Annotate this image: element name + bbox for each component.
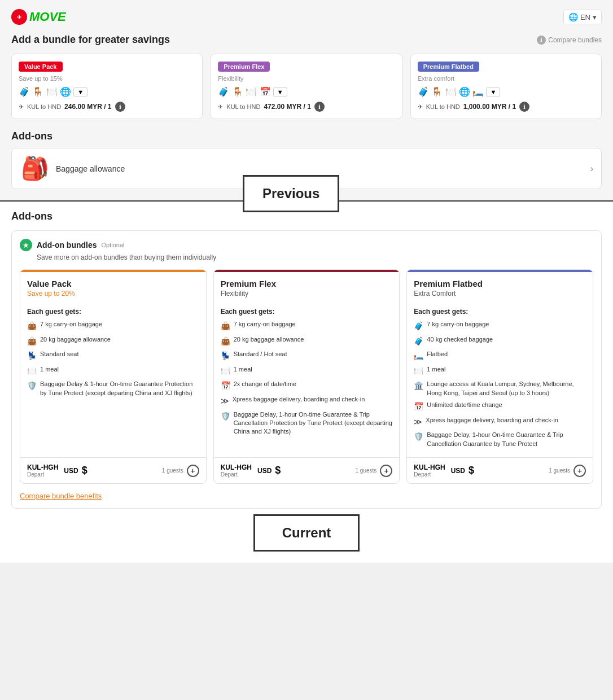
value-pack-subtitle: Save up to 15% xyxy=(19,75,195,82)
checked-baggage-icon: 🧳 xyxy=(414,336,423,347)
value-pack-dropdown[interactable]: ▼ xyxy=(73,87,87,97)
flex-route: KUL-HGH Depart xyxy=(221,463,252,478)
value-col-header: Value Pack Save up to 20% xyxy=(20,270,206,302)
seat-icon: 💺 xyxy=(221,351,230,362)
addon-bundles-title: Add-on bundles xyxy=(37,240,97,250)
premium-flex-info[interactable]: ℹ xyxy=(314,102,325,112)
flatbed-guest-label: Each guest gets: xyxy=(414,308,586,316)
bundle-section-title: Add a bundle for greater savings xyxy=(11,34,170,46)
chevron-down-icon: ▾ xyxy=(593,13,597,21)
premium-flex-icons: 🧳 🪑 🍽️ 📅 ▼ xyxy=(218,86,395,97)
premium-flatbed-route: ✈ KUL to HND 1,000.00 MYR / 1 ℹ xyxy=(418,102,594,112)
meal-icon: 🍽️ xyxy=(414,366,423,377)
bottom-section-title: Add-ons xyxy=(11,211,602,222)
baggage-icon: 👜 xyxy=(221,336,230,347)
lounge-icon: 🏛️ xyxy=(414,380,423,392)
info-icon: ℹ xyxy=(537,36,546,45)
value-col-name: Value Pack xyxy=(27,279,199,288)
bundle-col-value: Value Pack Save up to 20% Each guest get… xyxy=(20,269,207,484)
bundle-header: Add a bundle for greater savings ℹ Compa… xyxy=(11,34,602,46)
flatbed-col-name: Premium Flatbed xyxy=(414,279,586,288)
addon-bundles-header: ★ Add-on bundles Optional xyxy=(20,239,593,251)
meal-icon: 🍽️ xyxy=(221,366,230,377)
carry-on-icon: 👜 xyxy=(27,321,37,332)
flex-col-name: Premium Flex xyxy=(221,279,393,288)
addons-title-top: Add-ons xyxy=(11,130,602,142)
benefit-value-1: 👜 20 kg baggage allowance xyxy=(27,335,199,347)
premium-flex-route: ✈ KUL to HND 472.00 MYR / 1 ℹ xyxy=(218,102,395,112)
value-guest-label: Each guest gets: xyxy=(27,308,199,316)
flatbed-col-footer: KUL-HGH Depart USD $ 1 guests + xyxy=(407,457,593,483)
shield-icon: 🛡️ xyxy=(27,380,37,392)
carry-on-icon: 🧳 xyxy=(414,321,423,332)
premium-flex-badge: Premium Flex xyxy=(218,62,270,72)
flex-col-body: Each guest gets: 👜 7 kg carry-on baggage… xyxy=(214,302,400,457)
current-label: Current xyxy=(253,514,360,552)
benefit-fb-4: 🏛️ Lounge access at Kuala Lumpur, Sydney… xyxy=(414,380,586,397)
premium-flatbed-icons: 🧳 🪑 🍽️ 🌐 🛏️ ▼ xyxy=(418,86,594,97)
value-col-footer: KUL-HGH Depart USD $ 1 guests + xyxy=(20,457,206,483)
benefit-flex-1: 👜 20 kg baggage allowance xyxy=(221,335,393,347)
flatbed-add-button[interactable]: + xyxy=(573,465,586,477)
value-pack-route: ✈ KUL to HND 246.00 MYR / 1 ℹ xyxy=(19,102,195,112)
baggage-text: Baggage allowance xyxy=(56,164,125,173)
compare-benefits-link[interactable]: Compare bundle benefits xyxy=(20,492,593,500)
globe-icon: 🌐 xyxy=(568,12,578,21)
baggage-icon: 👜 xyxy=(27,336,37,347)
flex-col-header: Premium Flex Flexibility xyxy=(214,270,400,302)
value-col-body: Each guest gets: 👜 7 kg carry-on baggage… xyxy=(20,302,206,457)
flex-guest-label: Each guest gets: xyxy=(221,308,393,316)
top-header: ✈ MOVe 🌐 EN ▾ xyxy=(11,9,602,25)
logo-text: MOVe xyxy=(29,10,66,24)
bundle-card-value[interactable]: Value Pack Save up to 15% 🧳 🪑 🍽️ 🌐 ▼ ✈ K… xyxy=(11,54,203,119)
bundle-cards: Value Pack Save up to 15% 🧳 🪑 🍽️ 🌐 ▼ ✈ K… xyxy=(11,54,602,119)
meal-icon: 🍽️ xyxy=(27,366,37,377)
logo-area: ✈ MOVe xyxy=(11,9,66,25)
shield-icon: 🛡️ xyxy=(221,411,230,422)
logo-badge: ✈ xyxy=(11,9,27,25)
compare-bundles-link[interactable]: ℹ Compare bundles xyxy=(537,36,602,45)
benefit-fb-0: 🧳 7 kg carry-on baggage xyxy=(414,320,586,332)
benefit-flex-0: 👜 7 kg carry-on baggage xyxy=(221,320,393,332)
baggage-emoji: 🎒 xyxy=(21,155,49,182)
value-add-button[interactable]: + xyxy=(187,465,199,477)
premium-flex-subtitle: Flexibility xyxy=(218,75,395,82)
bundle-card-premium-flex[interactable]: Premium Flex Flexibility 🧳 🪑 🍽️ 📅 ▼ ✈ KU… xyxy=(211,54,402,119)
lang-label: EN xyxy=(580,13,590,21)
calendar-icon: 📅 xyxy=(414,401,423,413)
seat-icon: 💺 xyxy=(27,351,37,362)
previous-overlay: Previous xyxy=(243,175,339,212)
carry-on-icon: 👜 xyxy=(221,321,230,332)
bundle-col-premium-flatbed: Premium Flatbed Extra Comfort Each guest… xyxy=(406,269,593,484)
benefit-fb-7: 🛡️ Baggage Delay, 1-hour On-time Guarant… xyxy=(414,431,586,448)
benefit-fb-2: 🛏️ Flatbed xyxy=(414,350,586,362)
flex-col-footer: KUL-HGH Depart USD $ 1 guests + xyxy=(214,457,400,483)
previous-label: Previous xyxy=(262,186,319,201)
benefit-flex-2: 💺 Standard / Hot seat xyxy=(221,350,393,362)
calendar-icon: 📅 xyxy=(221,380,230,392)
value-pack-badge: Value Pack xyxy=(19,62,63,72)
benefit-value-4: 🛡️ Baggage Delay & 1-hour On-time Guaran… xyxy=(27,380,199,397)
premium-flex-dropdown[interactable]: ▼ xyxy=(273,87,287,97)
benefit-value-3: 🍽️ 1 meal xyxy=(27,365,199,377)
premium-flatbed-dropdown[interactable]: ▼ xyxy=(486,87,500,97)
bottom-section: Add-ons ★ Add-on bundles Optional Save m… xyxy=(0,202,613,563)
benefit-value-2: 💺 Standard seat xyxy=(27,350,199,362)
premium-flatbed-info[interactable]: ℹ xyxy=(519,102,529,112)
value-col-tag: Save up to 20% xyxy=(27,290,199,298)
value-route: KUL-HGH Depart xyxy=(27,463,58,478)
bundle-card-premium-flatbed[interactable]: Premium Flatbed Extra comfort 🧳 🪑 🍽️ 🌐 🛏… xyxy=(410,54,602,119)
flex-col-tag: Flexibility xyxy=(221,290,393,298)
xpress-icon: ≫ xyxy=(414,417,422,428)
value-pack-icons: 🧳 🪑 🍽️ 🌐 ▼ xyxy=(19,86,195,97)
bundle-col-premium-flex: Premium Flex Flexibility Each guest gets… xyxy=(213,269,400,484)
benefit-fb-1: 🧳 40 kg checked baggage xyxy=(414,335,586,347)
value-pack-info[interactable]: ℹ xyxy=(115,102,125,112)
compare-bundles-label: Compare bundles xyxy=(548,36,602,44)
flex-add-button[interactable]: + xyxy=(380,465,392,477)
star-icon: ★ xyxy=(20,239,32,251)
optional-badge: Optional xyxy=(102,242,125,248)
premium-flatbed-subtitle: Extra comfort xyxy=(418,75,594,82)
lang-selector[interactable]: 🌐 EN ▾ xyxy=(563,10,602,24)
shield-icon: 🛡️ xyxy=(414,431,423,443)
